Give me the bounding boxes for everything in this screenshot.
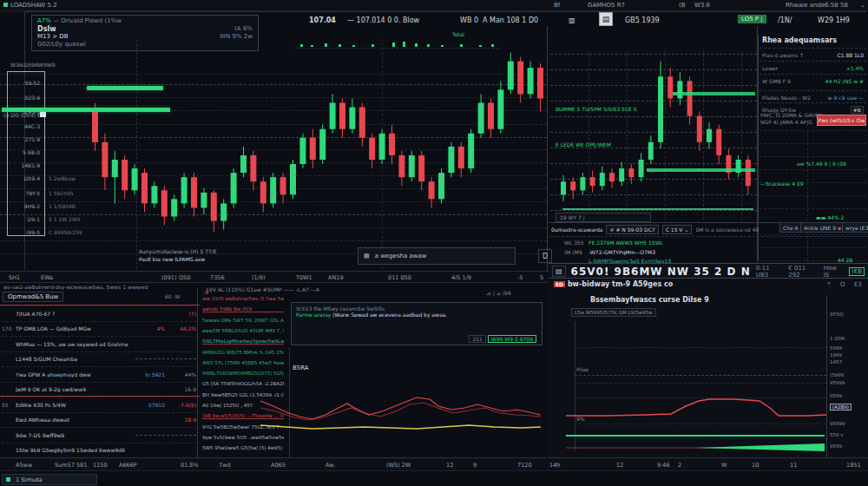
candle-body[interactable] [299,138,306,164]
candle-body[interactable] [201,193,207,208]
candle-body[interactable] [508,62,514,90]
candle-body[interactable] [478,102,484,133]
candle-body[interactable] [290,164,296,194]
status-item[interactable]: Sum57 581 [55,462,87,469]
candle-body[interactable] [250,155,256,181]
candle-body[interactable] [716,129,721,155]
log-row[interactable]: ww 2935 awBahrw/5ws /5 5wa 5w15w [202,296,284,301]
candle-body[interactable] [438,173,444,199]
log-row[interactable]: 5wwws GMs 5W7 59, 29W7 G5L A4515 [202,318,284,323]
candle-body[interactable] [677,81,682,98]
candle-body[interactable] [339,102,345,128]
taskbar-app-button[interactable]: 1 Simuda [2,474,97,485]
candle-body[interactable] [609,173,615,181]
candle-body[interactable] [448,147,454,173]
candle-body[interactable] [359,108,365,138]
candle-body[interactable] [191,177,197,207]
candle-body[interactable] [697,116,702,142]
candle-body[interactable] [658,76,663,142]
status-item[interactable]: 9 [473,462,477,469]
br-tab-chip[interactable]: L5w W5995/5(79( GM L9(5w95w [571,308,656,317]
candle-body[interactable] [580,177,585,190]
candle-body[interactable] [418,155,424,181]
candle-body[interactable] [600,173,605,186]
bm-icons[interactable]: ⊿ₗ | ⊿ /99 [486,290,510,296]
chart-toolbar-button[interactable]: ▤ a wegesha awaw [358,247,516,265]
table-header[interactable]: Opmwad&5 Buw [3,292,63,302]
candle-body[interactable] [398,155,404,177]
table-row[interactable]: JwM 9 OK at 9-2g swd/ww916-9 [2,382,196,397]
filter-field-2[interactable]: C 15 V ⌄ [662,225,693,234]
candle-body[interactable] [369,138,375,160]
candle-body[interactable] [561,181,566,194]
candle-body[interactable] [92,112,98,142]
status-item[interactable]: 12 [446,462,453,469]
candle-body[interactable] [151,186,157,203]
candle-body[interactable] [619,168,624,181]
status-item[interactable]: A666P [119,462,137,469]
status-item[interactable]: 14h [549,462,560,469]
clipboard-icon[interactable]: ▤ [599,12,613,26]
status-item[interactable]: A065 [271,462,286,469]
marker-icon[interactable] [40,111,46,117]
candle-body[interactable] [220,203,227,220]
bm-tabs[interactable]: 19V AL (115%) G1aw #5UMP —— -L.A7 —A [206,286,319,292]
candle-body[interactable] [171,199,177,216]
status-item[interactable]: Aw. [326,462,335,469]
candle-body[interactable] [517,62,523,95]
candle-body[interactable] [389,134,395,155]
candle-body[interactable] [707,129,712,142]
titlebar-item-1[interactable]: Bf [554,2,560,9]
candle-body[interactable] [181,177,187,203]
status-item[interactable]: 7wd [219,462,231,469]
status-item[interactable]: 7120 [517,462,532,469]
candle-body[interactable] [280,177,286,194]
status-item[interactable]: 1851 [846,462,861,469]
status-item[interactable]: 11 [790,462,797,469]
status-item[interactable]: 2 [678,462,681,469]
candle-body[interactable] [628,168,634,177]
candle-body[interactable] [211,193,217,221]
status-item[interactable]: (W5) 2W [386,462,411,469]
chart-type-icon[interactable]: ▥ [569,16,575,24]
candle-body[interactable] [537,68,543,98]
candle-body[interactable] [161,190,168,216]
candle-body[interactable] [112,160,118,177]
status-item[interactable]: 10 [752,462,759,469]
candle-body[interactable] [270,177,276,203]
candle-body[interactable] [687,81,693,115]
grid2-icon[interactable]: E3 [854,281,862,288]
equity-line-chart[interactable] [562,391,832,456]
status-item[interactable]: 12 [616,462,623,469]
table-row[interactable]: WhMaa — 15%, aw aw seywwd ad Grahme [2,336,196,351]
candle-body[interactable] [528,68,534,94]
upload-icon[interactable]: ⇡ [826,281,832,288]
candle-body[interactable] [122,160,128,190]
table-row[interactable]: Ywa GPW A ahseymayd dwwIn 592144% [2,366,196,381]
table-row[interactable]: Ewd AWhwaa dwwat18-9 [2,412,196,427]
table-row[interactable]: 15tw 9b9 G5wg9y5m9 15wded 9www9d9 [2,443,196,457]
candle-body[interactable] [141,173,148,203]
status-item[interactable]: 1150 [93,462,108,469]
log-row[interactable]: 9WBL75A5WM59MBG5G575| 5G5/5/5w5w [202,371,284,376]
candle-body[interactable] [132,168,138,190]
filter-field-1[interactable]: # # N 59-03 DC7 [606,225,658,234]
candle-body[interactable] [570,181,575,190]
sell-close-button[interactable]: Pws (wt5/U5+ Ow [817,115,866,126]
log-row[interactable]: awhde 59Bb Bw /5(9 [202,306,284,312]
titlebar-item-2[interactable]: GAMHO5 R7 [588,2,625,9]
table-row[interactable]: 55EdWw 930 Ps 5/4W57910-7.6(9) [2,397,196,411]
candle-body[interactable] [590,177,595,186]
log-row[interactable]: aww5M 5MBLDhU5 A5UM 4M9 7, 9ww [202,328,284,333]
candle-body[interactable] [240,155,247,173]
indicator-line-chart[interactable] [253,382,545,456]
candle-body[interactable] [429,181,435,199]
circle-icon[interactable]: O [840,281,845,288]
candle-body[interactable] [648,142,654,160]
candle-body[interactable] [330,102,336,128]
chevron-down-icon[interactable]: ⌄ [860,2,865,9]
table-row[interactable]: 170TP GMB LOA — GdByad MGw4%44,2% [2,321,196,336]
trade-panel-row[interactable]: Pilates Neads - W2w-9 c9 saw — [760,90,866,103]
status-item[interactable]: W [721,462,727,469]
candle-body[interactable] [639,160,644,177]
